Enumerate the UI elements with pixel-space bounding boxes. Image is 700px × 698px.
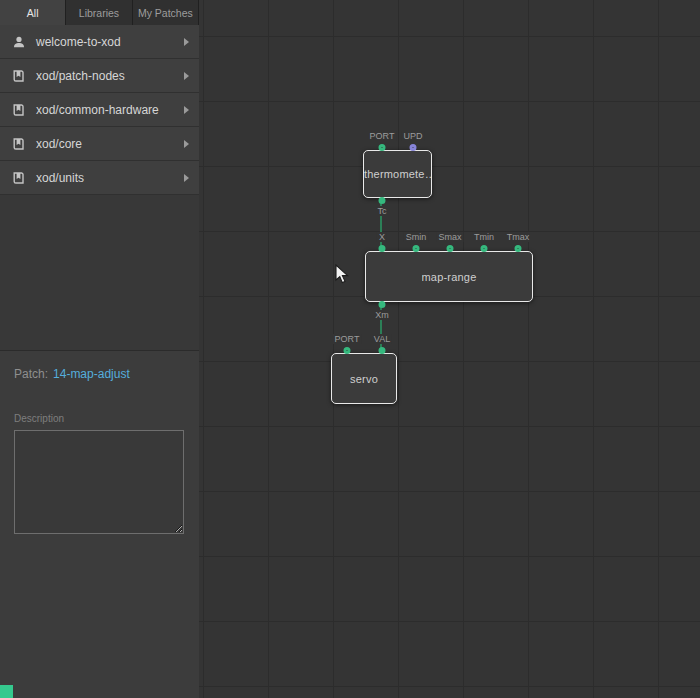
pin-map-range-x[interactable] xyxy=(379,245,386,252)
patch-canvas[interactable]: PORT UPD thermomete… Tc X Smin Smax Tmin… xyxy=(199,0,700,698)
chevron-right-icon[interactable] xyxy=(184,106,189,114)
pin-map-range-xm[interactable] xyxy=(379,301,386,308)
pin-label-tc: Tc xyxy=(376,206,389,216)
pin-thermometer-port[interactable] xyxy=(379,144,386,151)
sidebar-item-xod-patch-nodes[interactable]: xod/patch-nodes xyxy=(0,59,199,93)
links-layer xyxy=(199,0,700,698)
pin-label-tmin: Tmin xyxy=(472,232,496,242)
list-item-label: xod/core xyxy=(36,137,184,151)
library-icon xyxy=(12,103,27,117)
library-icon xyxy=(12,137,27,151)
pin-label-smax: Smax xyxy=(436,232,463,242)
pin-label-tmax: Tmax xyxy=(505,232,532,242)
pin-label-smin: Smin xyxy=(404,232,429,242)
node-thermometer[interactable]: PORT UPD thermomete… Tc xyxy=(363,150,432,198)
pin-map-range-smax[interactable] xyxy=(447,245,454,252)
pin-servo-port[interactable] xyxy=(344,347,351,354)
node-map-range[interactable]: X Smin Smax Tmin Tmax map-range Xm xyxy=(365,251,533,302)
patch-label: Patch: xyxy=(14,367,48,381)
description-textarea[interactable] xyxy=(14,430,184,534)
tab-all[interactable]: All xyxy=(0,0,66,25)
tab-libraries[interactable]: Libraries xyxy=(66,0,132,25)
project-browser: All Libraries My Patches welcome-to-xod … xyxy=(0,0,199,698)
patch-info-panel: Patch:14-map-adjust Description xyxy=(0,350,199,698)
sidebar-item-xod-core[interactable]: xod/core xyxy=(0,127,199,161)
pin-label-xm: Xm xyxy=(373,310,391,320)
list-item-label: xod/patch-nodes xyxy=(36,69,184,83)
pin-label-upd: UPD xyxy=(401,131,424,141)
chevron-right-icon[interactable] xyxy=(184,38,189,46)
sidebar-item-welcome-to-xod[interactable]: welcome-to-xod xyxy=(0,25,199,59)
pin-map-range-smin[interactable] xyxy=(413,245,420,252)
library-icon xyxy=(12,69,27,83)
user-icon xyxy=(12,35,27,49)
patch-line: Patch:14-map-adjust xyxy=(14,367,185,381)
pin-label-servo-port: PORT xyxy=(333,334,362,344)
pin-thermometer-upd[interactable] xyxy=(410,144,417,151)
browser-tabbar: All Libraries My Patches xyxy=(0,0,199,25)
list-item-label: welcome-to-xod xyxy=(36,35,184,49)
node-servo[interactable]: PORT VAL servo xyxy=(331,353,397,404)
pin-label-servo-val: VAL xyxy=(372,334,392,344)
library-icon xyxy=(12,171,27,185)
xod-ide-window: PORT UPD thermomete… Tc X Smin Smax Tmin… xyxy=(0,0,700,698)
chevron-right-icon[interactable] xyxy=(184,140,189,148)
pin-map-range-tmin[interactable] xyxy=(481,245,488,252)
pin-label-port: PORT xyxy=(368,131,397,141)
pin-map-range-tmax[interactable] xyxy=(515,245,522,252)
pin-label-x: X xyxy=(377,232,387,242)
status-corner-badge xyxy=(0,685,13,698)
patch-name-link[interactable]: 14-map-adjust xyxy=(53,367,130,381)
node-label: servo xyxy=(350,373,378,385)
node-label: map-range xyxy=(422,271,477,283)
description-label: Description xyxy=(14,413,185,424)
list-item-label: xod/units xyxy=(36,171,184,185)
library-list: welcome-to-xod xod/patch-nodes xod/commo… xyxy=(0,25,199,195)
chevron-right-icon[interactable] xyxy=(184,174,189,182)
pin-servo-val[interactable] xyxy=(379,347,386,354)
list-item-label: xod/common-hardware xyxy=(36,103,184,117)
sidebar-item-xod-units[interactable]: xod/units xyxy=(0,161,199,195)
pin-thermometer-tc[interactable] xyxy=(379,197,386,204)
node-label: thermomete… xyxy=(364,168,431,180)
tab-my-patches[interactable]: My Patches xyxy=(133,0,199,25)
chevron-right-icon[interactable] xyxy=(184,72,189,80)
sidebar-item-xod-common-hardware[interactable]: xod/common-hardware xyxy=(0,93,199,127)
